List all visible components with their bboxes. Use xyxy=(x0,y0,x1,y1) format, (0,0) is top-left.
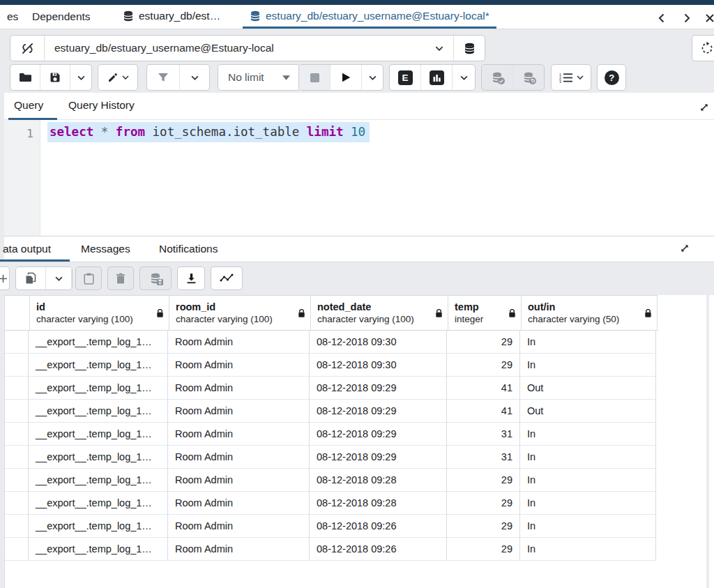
cell-out-in[interactable]: In xyxy=(520,354,656,377)
stop-button[interactable] xyxy=(299,65,331,90)
copy-rows-button[interactable] xyxy=(16,267,46,289)
new-connection-button[interactable] xyxy=(453,36,485,61)
explain-menu-button[interactable] xyxy=(453,65,475,90)
tab-query-tool-other[interactable]: estuary_db/est… xyxy=(123,10,220,22)
cell-room_id[interactable]: Room Admin xyxy=(168,515,310,538)
open-file-button[interactable] xyxy=(10,65,40,90)
cell-room_id[interactable]: Room Admin xyxy=(168,492,310,515)
cell-id[interactable]: __export__.temp_log_1… xyxy=(29,538,168,561)
cell-noted_date[interactable]: 08-12-2018 09:28 xyxy=(310,469,447,492)
commit-button[interactable] xyxy=(482,65,513,90)
cell-id[interactable]: __export__.temp_log_1… xyxy=(29,515,168,538)
cell-noted_date[interactable]: 08-12-2018 09:30 xyxy=(310,331,447,354)
cell-out-in[interactable]: Out xyxy=(520,377,656,400)
cell-room_id[interactable]: Room Admin xyxy=(168,331,310,354)
execute-query-button[interactable] xyxy=(331,65,362,90)
row-header-cell[interactable] xyxy=(5,423,29,446)
connection-reset-button[interactable] xyxy=(692,35,714,61)
delete-rows-button[interactable] xyxy=(107,266,134,290)
cell-noted_date[interactable]: 08-12-2018 09:28 xyxy=(310,492,447,515)
tab-query-history[interactable]: Query History xyxy=(68,99,135,112)
edit-menu-button[interactable] xyxy=(98,65,137,90)
cell-id[interactable]: __export__.temp_log_1… xyxy=(29,469,168,492)
save-menu-button[interactable] xyxy=(70,65,91,90)
row-limit-select[interactable]: No limit xyxy=(218,65,300,90)
column-header-noted_date[interactable]: noted_datecharacter varying (100) xyxy=(311,296,448,331)
cell-out-in[interactable]: In xyxy=(520,469,656,492)
save-data-changes-button[interactable] xyxy=(139,266,172,290)
tab-overflow[interactable]: es xyxy=(7,10,18,23)
cell-noted_date[interactable]: 08-12-2018 09:26 xyxy=(310,515,447,538)
cell-out-in[interactable]: In xyxy=(520,331,656,354)
row-header-cell[interactable] xyxy=(5,354,29,377)
cell-noted_date[interactable]: 08-12-2018 09:29 xyxy=(310,377,447,400)
cell-temp[interactable]: 29 xyxy=(447,331,520,354)
macros-menu-button[interactable]: 1 2 3 xyxy=(552,65,591,90)
graph-visualiser-button[interactable] xyxy=(211,266,243,290)
cell-out-in[interactable]: In xyxy=(520,538,656,561)
cell-room_id[interactable]: Room Admin xyxy=(168,400,310,423)
cell-id[interactable]: __export__.temp_log_1… xyxy=(29,377,168,400)
paste-rows-button[interactable] xyxy=(75,266,102,290)
cell-noted_date[interactable]: 08-12-2018 09:29 xyxy=(310,446,447,469)
row-header-cell[interactable] xyxy=(5,446,29,469)
cell-temp[interactable]: 29 xyxy=(447,538,520,561)
sql-editor[interactable]: 1 select * from iot_schema.iot_table lim… xyxy=(4,120,714,236)
execute-menu-button[interactable] xyxy=(362,65,383,90)
column-header-temp[interactable]: tempinteger xyxy=(448,296,522,331)
cell-room_id[interactable]: Room Admin xyxy=(168,538,310,561)
cell-id[interactable]: __export__.temp_log_1… xyxy=(29,492,168,515)
cell-temp[interactable]: 31 xyxy=(447,446,520,469)
add-row-button[interactable] xyxy=(0,266,10,290)
cell-temp[interactable]: 29 xyxy=(447,515,520,538)
cell-temp[interactable]: 41 xyxy=(447,400,520,423)
download-results-button[interactable] xyxy=(177,266,205,290)
tab-messages[interactable]: Messages xyxy=(81,243,130,255)
tab-data-output[interactable]: ata output xyxy=(3,243,51,255)
cell-room_id[interactable]: Room Admin xyxy=(168,469,310,492)
cell-id[interactable]: __export__.temp_log_1… xyxy=(29,423,168,446)
cell-out-in[interactable]: In xyxy=(520,423,656,446)
cell-temp[interactable]: 29 xyxy=(447,492,520,515)
cell-noted_date[interactable]: 08-12-2018 09:26 xyxy=(310,538,447,561)
cell-room_id[interactable]: Room Admin xyxy=(168,354,310,377)
rollback-button[interactable] xyxy=(513,65,544,90)
cell-id[interactable]: __export__.temp_log_1… xyxy=(29,354,168,377)
column-header-out-in[interactable]: out/incharacter varying (50) xyxy=(522,296,658,331)
row-header-cell[interactable] xyxy=(5,515,29,538)
expand-editor-icon[interactable] xyxy=(697,100,711,114)
cell-noted_date[interactable]: 08-12-2018 09:29 xyxy=(310,423,447,446)
row-header-cell[interactable] xyxy=(5,400,29,423)
tab-notifications[interactable]: Notifications xyxy=(159,243,218,255)
row-header-cell[interactable] xyxy=(5,538,29,561)
cell-room_id[interactable]: Room Admin xyxy=(168,377,310,400)
help-button[interactable]: ? xyxy=(598,65,625,90)
filter-button[interactable] xyxy=(147,65,180,90)
row-header-cell[interactable] xyxy=(5,492,29,515)
cell-out-in[interactable]: In xyxy=(520,492,656,515)
cell-temp[interactable]: 31 xyxy=(447,423,520,446)
cell-temp[interactable]: 41 xyxy=(447,377,520,400)
row-header-cell[interactable] xyxy=(5,469,29,492)
column-header-room_id[interactable]: room_idcharacter varying (100) xyxy=(169,296,311,331)
expand-output-icon[interactable] xyxy=(678,241,692,255)
scrollbar-track[interactable] xyxy=(706,295,709,588)
close-tab-icon[interactable] xyxy=(704,13,714,24)
explain-button[interactable]: E xyxy=(390,65,421,90)
filter-menu-button[interactable] xyxy=(180,65,209,90)
scroll-tabs-left-icon[interactable] xyxy=(656,13,667,24)
scroll-tabs-right-icon[interactable] xyxy=(681,13,692,24)
copy-menu-button[interactable] xyxy=(46,267,72,289)
cell-id[interactable]: __export__.temp_log_1… xyxy=(29,446,168,469)
tab-query-tool-active[interactable]: estuary_db/estuary_username@Estuary-loca… xyxy=(243,5,496,29)
cell-temp[interactable]: 29 xyxy=(447,354,520,377)
explain-analyze-button[interactable] xyxy=(421,65,453,90)
cell-out-in[interactable]: In xyxy=(520,515,656,538)
row-header-cell[interactable] xyxy=(5,331,29,354)
row-header-cell[interactable] xyxy=(5,377,29,400)
cell-id[interactable]: __export__.temp_log_1… xyxy=(29,331,168,354)
cell-temp[interactable]: 29 xyxy=(447,469,520,492)
column-header-id[interactable]: idcharacter varying (100) xyxy=(30,296,169,331)
cell-id[interactable]: __export__.temp_log_1… xyxy=(29,400,168,423)
cell-noted_date[interactable]: 08-12-2018 09:29 xyxy=(310,400,447,423)
